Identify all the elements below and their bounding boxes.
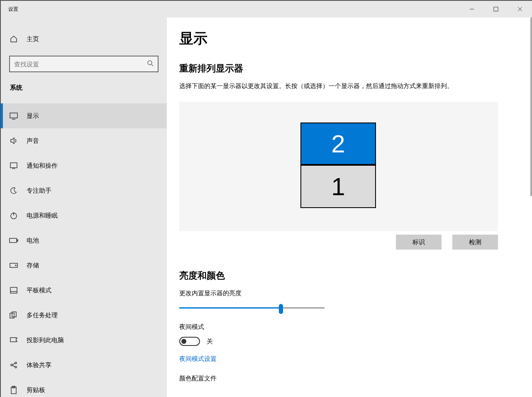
svg-rect-15 [10, 287, 17, 293]
svg-rect-1 [494, 7, 498, 11]
sidebar-item-project[interactable]: 投影到此电脑 [1, 328, 167, 353]
monitor-1[interactable]: 1 [300, 165, 376, 208]
rearrange-description: 选择下面的某一显示器以更改其设置。长按（或选择）一个显示器，然后通过拖动方式来重… [179, 82, 511, 90]
svg-rect-6 [10, 113, 17, 118]
night-mode-settings-link[interactable]: 夜间模式设置 [179, 355, 217, 363]
sidebar-item-label: 投影到此电脑 [27, 336, 64, 344]
sidebar-item-label: 平板模式 [27, 287, 51, 294]
sidebar-item-storage[interactable]: 存储 [1, 253, 167, 278]
display-arrangement-area[interactable]: 21 [179, 102, 498, 231]
night-mode-toggle[interactable] [179, 337, 200, 346]
sidebar-item-label: 体验共享 [27, 361, 51, 369]
battery-icon [9, 238, 18, 243]
project-icon [9, 336, 18, 344]
focus-icon [9, 187, 18, 194]
search-icon [147, 60, 154, 68]
notification-icon [9, 162, 18, 169]
home-label: 主页 [27, 35, 39, 43]
close-button[interactable] [508, 1, 532, 17]
clipboard-icon [9, 386, 18, 394]
search-input[interactable] [14, 61, 147, 68]
category-label: 系统 [1, 84, 167, 92]
sidebar: 主页 系统 显示声音通知和操作专注助手电源和睡眠电池存储平板模式多任务处理投影到… [1, 17, 167, 397]
sound-icon [9, 137, 18, 145]
window-title: 设置 [1, 6, 18, 13]
sidebar-item-notification[interactable]: 通知和操作 [1, 153, 167, 178]
sidebar-item-label: 电源和睡眠 [27, 212, 58, 220]
minimize-button[interactable] [460, 1, 484, 17]
maximize-button[interactable] [484, 1, 508, 17]
slider-thumb[interactable] [279, 304, 283, 314]
svg-line-23 [12, 363, 15, 365]
search-box[interactable] [9, 56, 159, 72]
svg-line-24 [12, 365, 15, 367]
sidebar-item-battery[interactable]: 电池 [1, 228, 167, 253]
svg-point-20 [11, 364, 12, 366]
brightness-heading: 亮度和颜色 [179, 270, 511, 282]
sidebar-item-label: 存储 [27, 262, 39, 270]
sidebar-item-label: 通知和操作 [27, 162, 58, 170]
home-nav[interactable]: 主页 [1, 30, 167, 48]
home-icon [9, 35, 18, 43]
svg-point-22 [15, 366, 17, 368]
sidebar-item-monitor[interactable]: 显示 [1, 103, 167, 128]
svg-rect-11 [10, 238, 17, 243]
svg-rect-8 [10, 163, 17, 168]
sidebar-item-share[interactable]: 体验共享 [1, 353, 167, 377]
monitor-icon [9, 112, 18, 120]
identify-button[interactable]: 标识 [396, 235, 442, 250]
monitor-2[interactable]: 2 [300, 123, 376, 165]
sidebar-item-label: 电池 [27, 237, 39, 245]
main-content: 显示 重新排列显示器 选择下面的某一显示器以更改其设置。长按（或选择）一个显示器… [167, 17, 532, 397]
power-icon [9, 211, 18, 220]
night-mode-label: 夜间模式 [179, 323, 511, 331]
color-profile-label: 颜色配置文件 [179, 375, 511, 382]
sidebar-item-label: 剪贴板 [27, 386, 45, 394]
svg-rect-12 [17, 240, 18, 241]
sidebar-item-focus[interactable]: 专注助手 [1, 178, 167, 203]
sidebar-item-label: 显示 [27, 112, 39, 120]
scrollbar[interactable] [530, 17, 532, 196]
sidebar-item-label: 多任务处理 [27, 311, 58, 319]
svg-point-21 [15, 362, 17, 364]
rearrange-heading: 重新排列显示器 [179, 62, 511, 75]
titlebar: 设置 [1, 1, 532, 17]
sidebar-item-multitask[interactable]: 多任务处理 [1, 303, 167, 328]
night-mode-state: 关 [207, 338, 213, 346]
sidebar-item-clipboard[interactable]: 剪贴板 [1, 377, 167, 397]
brightness-slider[interactable] [179, 303, 325, 313]
svg-rect-19 [10, 338, 16, 342]
svg-point-4 [148, 61, 152, 65]
sidebar-item-sound[interactable]: 声音 [1, 128, 167, 153]
share-icon [9, 361, 18, 369]
storage-icon [9, 263, 18, 268]
brightness-slider-label: 更改内置显示器的亮度 [179, 289, 511, 297]
svg-line-5 [151, 64, 153, 66]
svg-point-14 [15, 265, 16, 266]
page-title: 显示 [179, 29, 511, 48]
sidebar-item-tablet[interactable]: 平板模式 [1, 278, 167, 303]
sidebar-item-label: 专注助手 [27, 187, 51, 195]
detect-button[interactable]: 检测 [452, 235, 498, 250]
sidebar-item-label: 声音 [27, 137, 39, 145]
sidebar-item-power[interactable]: 电源和睡眠 [1, 203, 167, 228]
multitask-icon [9, 311, 18, 319]
tablet-icon [9, 287, 18, 294]
